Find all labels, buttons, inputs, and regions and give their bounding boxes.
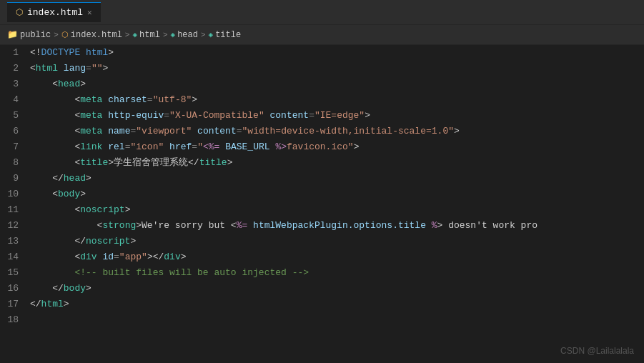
breadcrumb-title: ◈ title (209, 30, 242, 40)
file-icon: ⬡ (16, 7, 23, 18)
code-line-13: 13 </noscript> (0, 234, 644, 249)
line-num-1: 1 (0, 45, 30, 61)
code-line-9: 9 </head> (0, 171, 644, 187)
line-content-10: <body> (30, 187, 644, 202)
line-num-14: 14 (0, 249, 30, 265)
code-line-3: 3 <head> (0, 76, 644, 92)
line-num-9: 9 (0, 171, 30, 187)
breadcrumb-label-title: title (215, 30, 241, 40)
code-line-12: 12 <strong>We're sorry but <%= htmlWebpa… (0, 218, 644, 234)
line-num-8: 8 (0, 155, 30, 171)
line-num-11: 11 (0, 202, 30, 218)
breadcrumb: 📁 public > ⬡ index.html > ◈ html > ◈ hea… (0, 25, 644, 45)
line-content-2: <html lang=""> (30, 61, 644, 76)
line-content-8: <title>学生宿舍管理系统</title> (30, 155, 644, 171)
code-line-5: 5 <meta http-equiv="X-UA-Compatible" con… (0, 108, 644, 124)
code-line-18: 18 (0, 312, 644, 328)
code-line-8: 8 <title>学生宿舍管理系统</title> (0, 155, 644, 171)
breadcrumb-label-html: html (139, 30, 160, 40)
line-content-12: <strong>We're sorry but <%= htmlWebpackP… (30, 218, 644, 234)
breadcrumb-file: ⬡ index.html (61, 30, 122, 40)
breadcrumb-public: 📁 public (7, 29, 51, 40)
breadcrumb-head: ◈ head (171, 30, 198, 40)
breadcrumb-sep-4: > (201, 31, 206, 39)
code-line-6: 6 <meta name="viewport" content="width=d… (0, 124, 644, 139)
code-line-10: 10 <body> (0, 187, 644, 202)
line-content-1: <!DOCTYPE html> (30, 45, 644, 61)
breadcrumb-label-public: public (20, 30, 51, 40)
code-line-4: 4 <meta charset="utf-8"> (0, 92, 644, 108)
line-num-16: 16 (0, 281, 30, 297)
line-num-2: 2 (0, 61, 30, 76)
line-content-15: <!-- built files will be auto injected -… (30, 265, 644, 281)
line-content-3: <head> (30, 76, 644, 92)
breadcrumb-sep-2: > (125, 31, 130, 39)
code-line-2: 2 <html lang=""> (0, 61, 644, 76)
code-line-1: 1 <!DOCTYPE html> (0, 45, 644, 61)
line-num-12: 12 (0, 218, 30, 234)
line-content-11: <noscript> (30, 202, 644, 218)
line-content-4: <meta charset="utf-8"> (30, 92, 644, 108)
breadcrumb-label-head: head (177, 30, 198, 40)
tag-icon-html: ◈ (132, 30, 137, 39)
tab-close-button[interactable]: ✕ (87, 8, 92, 17)
breadcrumb-html: ◈ html (132, 30, 159, 40)
watermark: CSDN @Lailalalala (560, 346, 634, 356)
code-line-14: 14 <div id="app"></div> (0, 249, 644, 265)
code-line-7: 7 <link rel="icon" href="<%= BASE_URL %>… (0, 139, 644, 155)
folder-icon: 📁 (7, 29, 18, 40)
tag-icon-head: ◈ (171, 30, 176, 39)
line-num-6: 6 (0, 124, 30, 139)
tag-icon-title: ◈ (209, 30, 214, 39)
breadcrumb-sep-3: > (163, 31, 168, 39)
code-line-11: 11 <noscript> (0, 202, 644, 218)
code-line-17: 17 </html> (0, 297, 644, 312)
active-tab[interactable]: ⬡ index.html ✕ (7, 2, 101, 22)
line-content-13: </noscript> (30, 234, 644, 249)
line-num-10: 10 (0, 187, 30, 202)
line-num-4: 4 (0, 92, 30, 108)
code-line-16: 16 </body> (0, 281, 644, 297)
tab-label: index.html (27, 7, 83, 18)
line-num-5: 5 (0, 108, 30, 124)
line-content-9: </head> (30, 171, 644, 187)
line-content-5: <meta http-equiv="X-UA-Compatible" conte… (30, 108, 644, 124)
line-num-13: 13 (0, 234, 30, 249)
code-line-15: 15 <!-- built files will be auto injecte… (0, 265, 644, 281)
breadcrumb-label-file: index.html (71, 30, 122, 40)
line-content-7: <link rel="icon" href="<%= BASE_URL %>fa… (30, 139, 644, 155)
html-file-icon: ⬡ (61, 30, 69, 39)
line-content-16: </body> (30, 281, 644, 297)
line-content-14: <div id="app"></div> (30, 249, 644, 265)
line-num-3: 3 (0, 76, 30, 92)
line-content-6: <meta name="viewport" content="width=dev… (30, 124, 644, 139)
line-num-7: 7 (0, 139, 30, 155)
line-num-15: 15 (0, 265, 30, 281)
breadcrumb-sep-1: > (54, 31, 59, 39)
line-num-17: 17 (0, 297, 30, 312)
code-editor[interactable]: 1 <!DOCTYPE html> 2 <html lang=""> 3 <he… (0, 45, 644, 363)
line-content-17: </html> (30, 297, 644, 312)
title-bar: ⬡ index.html ✕ (0, 0, 644, 25)
line-num-18: 18 (0, 312, 30, 328)
